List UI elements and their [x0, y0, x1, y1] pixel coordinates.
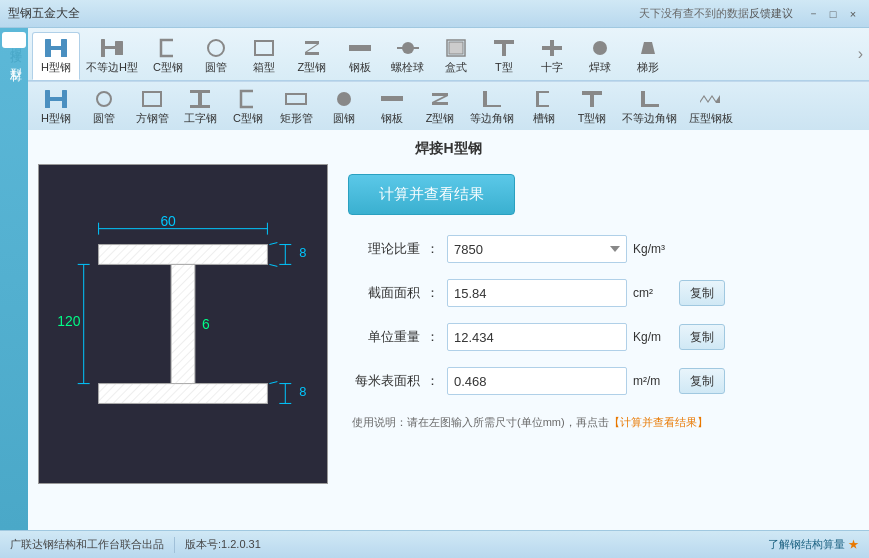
nav-label: 盒式: [445, 60, 467, 75]
nav2-profiled-plate-icon: [697, 88, 725, 110]
nav2-profiled-plate[interactable]: 压型钢板: [683, 84, 739, 130]
surface-copy-btn[interactable]: 复制: [679, 368, 725, 394]
app-title: 型钢五金大全: [8, 5, 631, 22]
svg-rect-24: [190, 90, 210, 93]
svg-rect-26: [190, 105, 210, 108]
svg-rect-4: [105, 46, 115, 49]
nav-label: 钢板: [349, 60, 371, 75]
svg-rect-14: [494, 40, 514, 44]
nav-chevron-right[interactable]: ›: [858, 45, 863, 63]
nav2-z-steel[interactable]: Z型钢: [416, 84, 464, 130]
nav-label: 压型钢板: [689, 111, 733, 126]
surface-input[interactable]: [447, 367, 627, 395]
nav2-unequal-angle-icon: [636, 88, 664, 110]
section-title: 焊接H型钢: [28, 130, 869, 164]
nav-label: 矩形管: [280, 111, 313, 126]
nav-item-cross[interactable]: 十字: [528, 33, 576, 79]
round-pipe-icon: [202, 37, 230, 59]
nav-item-z-steel[interactable]: Z型钢: [288, 33, 336, 79]
nav2-i-beam[interactable]: 工字钢: [176, 84, 224, 130]
h-beam-icon: [42, 37, 70, 59]
nav2-round-steel[interactable]: 圆钢: [320, 84, 368, 130]
density-select[interactable]: 7850: [447, 235, 627, 263]
minimize-btn[interactable]: －: [805, 6, 821, 22]
nav2-square-pipe[interactable]: 方钢管: [128, 84, 176, 130]
maximize-btn[interactable]: □: [825, 6, 841, 22]
nav-item-plate[interactable]: 钢板: [336, 33, 384, 79]
svg-point-22: [97, 92, 111, 106]
nav-label: Z型钢: [426, 111, 455, 126]
svg-rect-38: [171, 264, 195, 383]
nav-label: 圆管: [205, 60, 227, 75]
nav2-equal-angle[interactable]: 等边角钢: [464, 84, 520, 130]
svg-rect-0: [45, 39, 51, 57]
density-colon: ：: [426, 240, 439, 258]
nav-label: 十字: [541, 60, 563, 75]
area-input[interactable]: [447, 279, 627, 307]
nav-label: Z型钢: [298, 60, 327, 75]
svg-rect-30: [582, 91, 602, 95]
nav-item-trapezoid[interactable]: 梯形: [624, 33, 672, 79]
nav2-c-steel-icon: [234, 88, 262, 110]
nav-item-c-steel[interactable]: C型钢: [144, 33, 192, 79]
sidebar-tab-material[interactable]: 型材: [2, 52, 26, 68]
main-area: 60 120 6 8: [28, 164, 869, 530]
svg-rect-3: [101, 39, 105, 57]
nav2-h-icon: [42, 88, 70, 110]
nav-item-round-pipe[interactable]: 圆管: [192, 33, 240, 79]
nav-item-unequal-h[interactable]: 不等边H型: [80, 33, 144, 79]
titlebar: 型钢五金大全 天下没有查不到的数据 反馈建议 － □ ×: [0, 0, 869, 28]
svg-rect-17: [550, 40, 554, 56]
drawing-canvas[interactable]: 60 120 6 8: [38, 164, 328, 484]
nav2-t-steel[interactable]: T型钢: [568, 84, 616, 130]
nav-item-bolt-ball[interactable]: 螺栓球: [384, 33, 432, 79]
close-btn[interactable]: ×: [845, 6, 861, 22]
nav-label: 梯形: [637, 60, 659, 75]
nav2-plate[interactable]: 钢板: [368, 84, 416, 130]
nav-item-t-steel[interactable]: T型: [480, 33, 528, 79]
window-controls: 反馈建议 － □ ×: [749, 6, 861, 22]
nav2-round-pipe[interactable]: 圆管: [80, 84, 128, 130]
nav2-rect-pipe[interactable]: 矩形管: [272, 84, 320, 130]
form-row-density: 理论比重 ： 7850 Kg/m³: [348, 235, 859, 263]
nav-label: 圆管: [93, 111, 115, 126]
surface-colon: ：: [426, 372, 439, 390]
nav2-round-pipe-icon: [90, 88, 118, 110]
weight-copy-btn[interactable]: 复制: [679, 324, 725, 350]
nav2-unequal-angle[interactable]: 不等边角钢: [616, 84, 683, 130]
nav-item-weld-ball[interactable]: 焊球: [576, 33, 624, 79]
nav2-square-pipe-icon: [138, 88, 166, 110]
nav-row1: H型钢 不等边H型: [28, 28, 869, 81]
svg-rect-1: [51, 46, 61, 50]
nav2-h-beam[interactable]: H型钢: [32, 84, 80, 130]
bottombar: 广联达钢结构和工作台联合出品 版本号:1.2.0.31 了解钢结构算量 ★: [0, 530, 869, 558]
nav-label: 螺栓球: [391, 60, 424, 75]
nav2-channel[interactable]: 槽钢: [520, 84, 568, 130]
area-colon: ：: [426, 284, 439, 302]
nav-item-h-beam[interactable]: H型钢: [32, 32, 80, 80]
hint-text: 使用说明：请在左图输入所需尺寸(单位mm)，再点击【计算并查看结果】: [348, 415, 859, 430]
nav-item-box2[interactable]: 盒式: [432, 33, 480, 79]
nav2-round-steel-icon: [330, 88, 358, 110]
nav-label: 箱型: [253, 60, 275, 75]
area-copy-btn[interactable]: 复制: [679, 280, 725, 306]
nav-label: 方钢管: [136, 111, 169, 126]
svg-text:6: 6: [202, 316, 210, 332]
bottom-link[interactable]: 了解钢结构算量 ★: [768, 537, 859, 552]
weight-input[interactable]: [447, 323, 627, 351]
svg-rect-27: [286, 94, 306, 104]
nav2-c-steel[interactable]: C型钢: [224, 84, 272, 130]
calc-button[interactable]: 计算并查看结果: [348, 174, 515, 215]
form-row-surface: 每米表面积 ： m²/m 复制: [348, 367, 859, 395]
weld-ball-icon: [586, 37, 614, 59]
surface-label: 每米表面积: [348, 372, 420, 390]
feedback-link[interactable]: 反馈建议: [749, 6, 793, 21]
svg-rect-31: [590, 95, 594, 107]
nav-item-box[interactable]: 箱型: [240, 33, 288, 79]
svg-point-28: [337, 92, 351, 106]
plate-icon: [346, 37, 374, 59]
link-text: 了解钢结构算量: [768, 538, 845, 550]
sidebar-tab-weld[interactable]: 焊接: [2, 32, 26, 48]
page-content: 焊接H型钢: [28, 130, 869, 530]
cross-icon: [538, 37, 566, 59]
